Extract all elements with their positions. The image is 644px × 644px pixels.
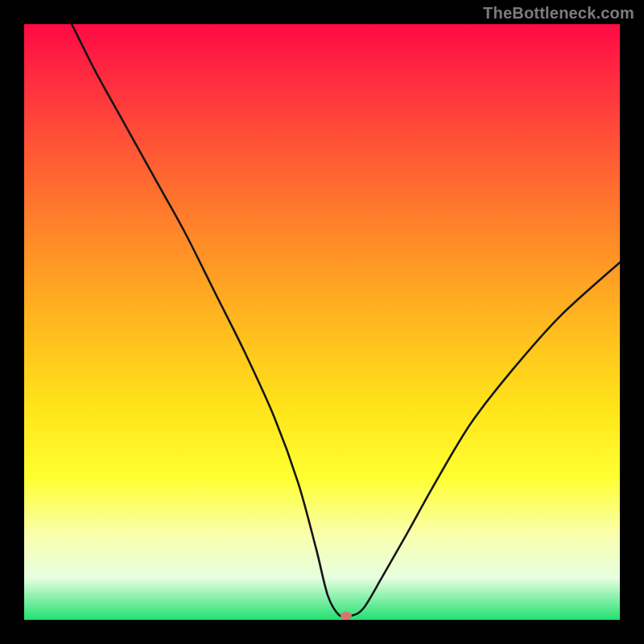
curve-path	[72, 24, 620, 617]
bottleneck-curve	[24, 24, 620, 620]
attribution-label: TheBottleneck.com	[483, 4, 634, 23]
chart-frame: TheBottleneck.com	[0, 0, 644, 644]
plot-area	[24, 24, 620, 620]
optimal-point-marker	[341, 612, 352, 620]
